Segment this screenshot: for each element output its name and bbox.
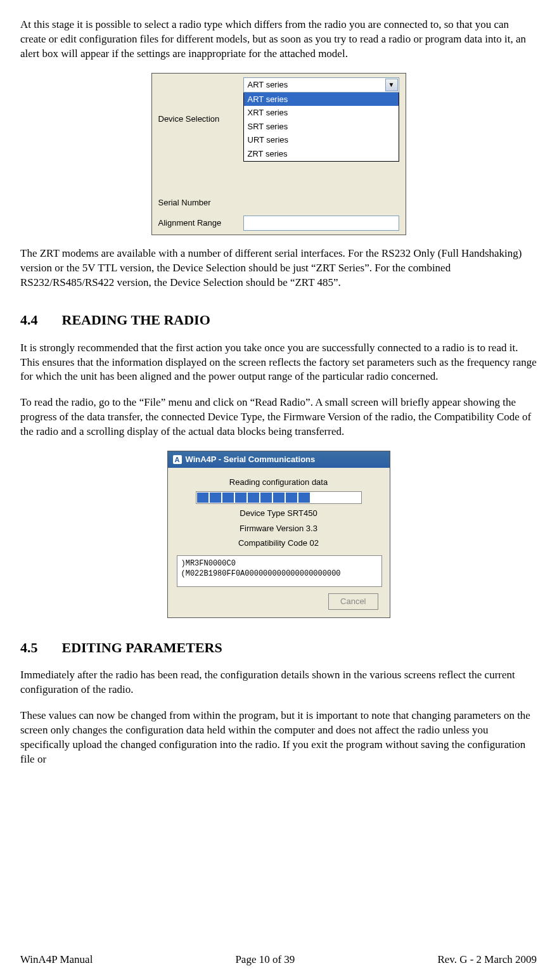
progress-block (286, 493, 297, 503)
data-line: (M022B1980FF0A000000000000000000000 (181, 569, 378, 579)
dropdown-option[interactable]: ZRT series (244, 147, 399, 161)
section-heading-4-4: 4.4 READING THE RADIO (20, 311, 537, 330)
section-title: READING THE RADIO (62, 312, 210, 328)
progress-block (235, 493, 246, 503)
body-paragraph: At this stage it is possible to select a… (20, 18, 537, 61)
body-paragraph: The ZRT modems are available with a numb… (20, 247, 537, 290)
footer-center: Page 10 of 39 (235, 953, 295, 967)
progress-block (273, 493, 285, 503)
dropdown-option[interactable]: SRT series (244, 120, 399, 134)
footer-left: WinA4P Manual (20, 953, 93, 967)
data-transfer-box: )MR3FN0000C0 (M022B1980FF0A0000000000000… (177, 555, 382, 587)
body-paragraph: It is strongly recommended that the firs… (20, 341, 537, 385)
dialog-titlebar: A WinA4P - Serial Communications (168, 451, 390, 468)
chevron-down-icon[interactable]: ▼ (385, 79, 398, 91)
figure-progress-dialog: A WinA4P - Serial Communications Reading… (20, 451, 537, 617)
progress-block (248, 493, 259, 503)
section-heading-4-5: 4.5 EDITING PARAMETERS (20, 638, 537, 657)
progress-block (210, 493, 221, 503)
body-paragraph: These values can now be changed from wit… (20, 709, 537, 767)
cancel-button[interactable]: Cancel (328, 593, 378, 610)
device-selection-label: Device Selection (158, 113, 234, 125)
compatibility-code-text: Compatibility Code 02 (177, 538, 381, 549)
progress-block (197, 493, 208, 503)
dropdown-option[interactable]: XRT series (244, 106, 399, 120)
progress-block (298, 493, 310, 503)
figure-device-selection: Device Selection ART series ▼ ART series… (20, 73, 537, 235)
dropdown-option[interactable]: ART series (244, 93, 399, 106)
section-number: 4.4 (20, 311, 58, 330)
page-footer: WinA4P Manual Page 10 of 39 Rev. G - 2 M… (20, 953, 537, 967)
alignment-range-value (243, 216, 399, 231)
progress-bar (196, 491, 362, 504)
firmware-version-text: Firmware Version 3.3 (177, 523, 381, 534)
dialog-title: WinA4P - Serial Communications (186, 454, 316, 465)
device-selection-dropdown[interactable]: ART series ▼ (243, 77, 399, 93)
section-number: 4.5 (20, 638, 58, 657)
app-icon: A (173, 455, 182, 464)
serial-number-label: Serial Number (158, 197, 234, 209)
progress-block (260, 493, 272, 503)
dropdown-selected-value: ART series (248, 80, 288, 89)
device-type-text: Device Type SRT450 (177, 508, 381, 519)
dropdown-option[interactable]: URT series (244, 133, 399, 147)
data-line: )MR3FN0000C0 (181, 558, 378, 569)
status-text: Reading configuration data (177, 477, 381, 488)
alignment-range-label: Alignment Range (158, 217, 234, 229)
progress-block (222, 493, 234, 503)
footer-right: Rev. G - 2 March 2009 (437, 953, 537, 967)
dropdown-list: ART series XRT series SRT series URT ser… (243, 92, 399, 162)
body-paragraph: To read the radio, go to the “File” menu… (20, 396, 537, 439)
body-paragraph: Immediately after the radio has been rea… (20, 668, 537, 697)
section-title: EDITING PARAMETERS (62, 640, 222, 655)
